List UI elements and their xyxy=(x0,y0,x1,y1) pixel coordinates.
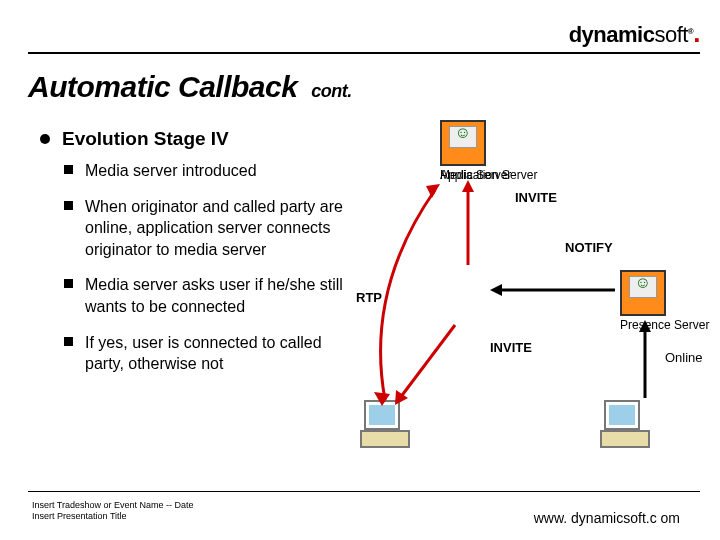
list-item: Media server introduced xyxy=(64,160,380,182)
footer-rule xyxy=(28,491,700,492)
notify-label: NOTIFY xyxy=(565,240,613,255)
title-cont: cont. xyxy=(311,81,352,101)
online-label: Online xyxy=(665,350,703,365)
invite-label: INVITE xyxy=(490,340,532,355)
footer-url: www. dynamicsoft.c om xyxy=(534,510,680,526)
svg-marker-5 xyxy=(639,320,651,332)
svg-marker-2 xyxy=(426,184,440,198)
list-item: When originator and called party are onl… xyxy=(64,196,380,261)
header-rule xyxy=(28,52,700,54)
header: dynamicsoft®. xyxy=(28,18,700,49)
arrow-icon xyxy=(490,280,620,300)
arrow-icon xyxy=(630,320,670,405)
bullet-dot-icon xyxy=(40,134,50,144)
logo-dot: . xyxy=(693,18,700,48)
diagram: Media Server Application Server Presence… xyxy=(380,120,720,460)
arrow-icon xyxy=(390,320,470,410)
title-main: Automatic Callback xyxy=(28,70,297,103)
arrow-icon xyxy=(460,180,490,270)
bullet-text: If yes, user is connected to called part… xyxy=(85,332,345,375)
bullet-square-icon xyxy=(64,279,73,288)
invite-label: INVITE xyxy=(515,190,557,205)
list-item: If yes, user is connected to called part… xyxy=(64,332,380,375)
bullet-text: Media server introduced xyxy=(85,160,257,182)
list-item: Media server asks user if he/she still w… xyxy=(64,274,380,317)
application-server-node: Application Server xyxy=(440,120,537,182)
computer-icon xyxy=(600,400,650,448)
svg-marker-0 xyxy=(462,180,474,192)
svg-marker-3 xyxy=(374,392,390,406)
bullet-text: When originator and called party are onl… xyxy=(85,196,345,261)
bullet-square-icon xyxy=(64,165,73,174)
svg-marker-1 xyxy=(490,284,502,296)
bullet-square-icon xyxy=(64,201,73,210)
bullet-square-icon xyxy=(64,337,73,346)
footer-left: Insert Tradeshow or Event Name -- Date I… xyxy=(32,500,194,523)
footer-event: Insert Tradeshow or Event Name -- Date xyxy=(32,500,194,511)
footer-title: Insert Presentation Title xyxy=(32,511,194,522)
server-icon xyxy=(620,270,666,316)
heading-row: Evolution Stage IV xyxy=(40,128,380,150)
bullet-text: Media server asks user if he/she still w… xyxy=(85,274,345,317)
pc-called xyxy=(600,400,650,448)
heading-text: Evolution Stage IV xyxy=(62,128,229,150)
logo: dynamicsoft®. xyxy=(569,18,700,49)
logo-light: soft xyxy=(654,22,687,47)
slide-title: Automatic Callback cont. xyxy=(28,70,352,104)
server-icon xyxy=(440,120,486,166)
logo-bold: dynamic xyxy=(569,22,655,47)
bullet-content: Evolution Stage IV Media server introduc… xyxy=(40,128,380,389)
